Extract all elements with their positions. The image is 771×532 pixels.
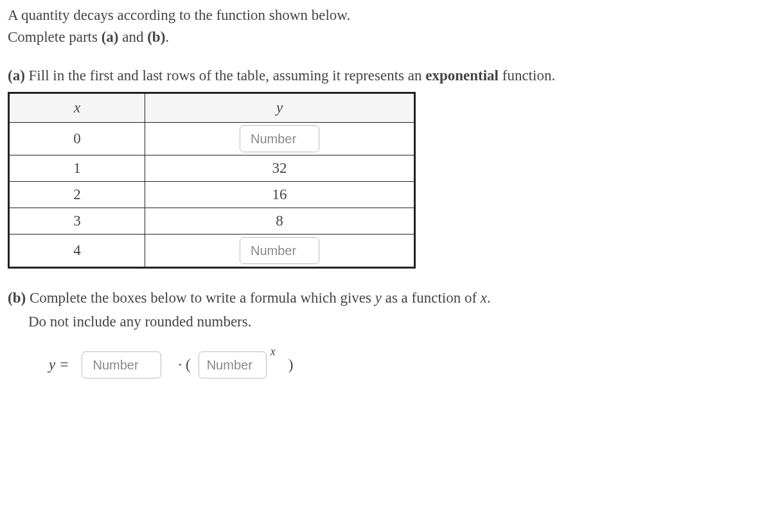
intro-part-a-label: (a) [102,29,119,45]
formula-dot-open-paren: · ( [178,355,190,375]
part-b-text-prefix: Complete the boxes below to write a form… [26,290,375,306]
table-row: 0 Number [9,122,415,155]
formula-close-paren: ) [288,355,294,375]
part-a-emphasis: exponential [425,67,499,84]
table-cell-y: 32 [145,155,415,181]
part-b-text-mid: as a function of [382,290,481,306]
table-cell-x: 0 [9,122,145,155]
table-cell-x: 2 [9,181,145,208]
intro-part-b-label: (b) [147,29,165,45]
part-a-prompt: (a) Fill in the first and last rows of t… [8,66,763,86]
table-row: 2 16 [9,181,415,208]
part-b-line2: Do not include any rounded numbers. [8,312,763,332]
table-header-x: x [9,93,145,122]
table-cell-x: 3 [9,208,145,235]
table-cell-y: 16 [145,181,415,208]
formula-y-equals: y = [49,355,69,375]
table-cell-x: 4 [9,235,145,268]
table-header-row: x y [9,93,415,122]
formula-coefficient-input[interactable]: Number [82,351,161,378]
part-b-var-y: y [375,290,382,306]
intro-prefix: Complete parts [8,29,102,45]
table-cell-x: 1 [9,155,145,181]
formula-exponent: x [270,344,276,360]
table-cell-y-input: Number [145,235,415,268]
table-cell-y: 8 [145,208,415,235]
part-b-prompt: (b) Complete the boxes below to write a … [8,288,763,308]
intro-line-2: Complete parts (a) and (b). [8,27,763,48]
intro-period: . [165,29,169,45]
part-b-label: (b) [8,290,26,306]
part-a-text-suffix: function. [499,67,555,84]
formula-base-input[interactable]: Number [199,351,267,378]
part-b-var-x: x [481,290,487,306]
table-row: 4 Number [9,235,415,268]
table-header-y: y [145,93,415,122]
intro-line-1: A quantity decays according to the funct… [8,5,763,26]
formula-base-group: Number x [199,351,279,378]
part-b-period: . [487,290,491,306]
part-a-text-prefix: Fill in the first and last rows of the t… [25,67,425,84]
table-row: 3 8 [9,208,415,235]
table-row: 1 32 [9,155,415,181]
table-cell-y-input: Number [145,122,415,155]
intro-and: and [118,29,147,45]
y-input-row-0[interactable]: Number [240,125,319,152]
formula-row: y = Number · ( Number x ) [8,351,763,378]
part-a-label: (a) [8,67,25,84]
y-input-row-4[interactable]: Number [240,237,319,264]
data-table: x y 0 Number 1 32 2 16 3 8 4 Number [8,92,416,269]
